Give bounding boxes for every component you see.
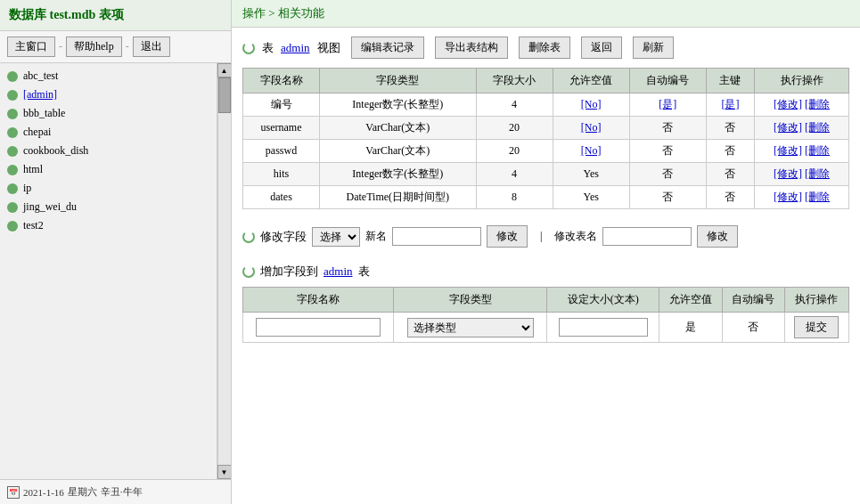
- add-label1: 增加字段到: [260, 264, 318, 280]
- allow-null-cell: Yes: [553, 186, 629, 209]
- arrow-icon: [7, 183, 18, 194]
- primary-key-cell: 否: [706, 163, 754, 186]
- delete-link[interactable]: [删除: [805, 191, 830, 203]
- main-window-button[interactable]: 主窗口: [7, 37, 55, 57]
- add-field-type-cell: 选择类型VarChar(文本)Integer数字(长整型)DateTime(日期…: [394, 313, 547, 343]
- logout-button[interactable]: 退出: [133, 37, 170, 57]
- export-structure-button[interactable]: 导出表结构: [435, 37, 508, 59]
- actions-cell: [修改] [删除: [755, 93, 849, 117]
- sep2: -: [126, 40, 129, 53]
- new-name-label: 新名: [365, 229, 387, 244]
- sidebar-item-admin[interactable]: [admin]: [0, 85, 217, 104]
- add-label2: 表: [358, 264, 370, 280]
- add-field-submit-button[interactable]: 提交: [794, 316, 839, 338]
- footer-weekday: 星期六: [68, 485, 97, 499]
- sidebar-item-label: ip: [23, 182, 31, 195]
- arrow-icon: [7, 221, 18, 232]
- sidebar-item-html[interactable]: html: [0, 160, 217, 179]
- arrow-icon: [7, 146, 18, 157]
- actions-cell: [修改] [删除: [755, 186, 849, 209]
- scroll-thumb[interactable]: [218, 77, 231, 113]
- sidebar-item-jing-wei-du[interactable]: jing_wei_du: [0, 198, 217, 216]
- modify-table-input[interactable]: [602, 227, 692, 246]
- add-field-table: 字段名称 字段类型 设定大小(文本) 允许空值 自动编号 执行操作: [242, 287, 849, 343]
- col-field-type: 字段类型: [320, 69, 477, 93]
- arrow-icon: [7, 127, 18, 138]
- col-actions: 执行操作: [755, 69, 849, 93]
- sidebar-item-cookbook-dish[interactable]: cookbook_dish: [0, 142, 217, 160]
- scroll-track: [217, 77, 232, 465]
- auto-number-cell: 否: [629, 186, 706, 209]
- sidebar-item-abc-test[interactable]: abc_test: [0, 67, 217, 85]
- refresh-button[interactable]: 刷新: [633, 37, 674, 59]
- delete-link[interactable]: [删除: [805, 121, 830, 134]
- sidebar-item-chepai[interactable]: chepai: [0, 123, 217, 142]
- delete-link[interactable]: [删除: [805, 144, 830, 157]
- new-name-input[interactable]: [392, 227, 481, 246]
- sidebar-title: 数据库 test.mdb 表项: [0, 0, 231, 31]
- modify-link[interactable]: [修改]: [774, 144, 802, 157]
- auto-number-cell: 否: [629, 140, 706, 163]
- refresh-icon-3: [242, 265, 255, 278]
- arrow-icon: [7, 109, 18, 119]
- add-field-name-input[interactable]: [256, 318, 381, 337]
- modify-field-button[interactable]: 修改: [487, 225, 528, 248]
- sidebar-item-label: abc_test: [23, 69, 58, 83]
- table-action-bar: 表 admin 视图 编辑表记录 导出表结构 删除表 返回 刷新: [242, 37, 849, 59]
- sidebar-item-label: bbb_table: [23, 107, 65, 120]
- auto-number-cell: 否: [629, 163, 706, 186]
- field-size-cell: 20: [476, 117, 553, 140]
- modify-field-select[interactable]: 选择: [312, 227, 360, 247]
- sidebar-scrollbar[interactable]: ▲ ▼: [217, 63, 231, 479]
- sidebar-item-label: test2: [23, 219, 44, 232]
- field-type-cell: DateTime(日期时间型): [320, 186, 477, 209]
- modify-field-label: 修改字段: [260, 229, 307, 245]
- modify-link[interactable]: [修改]: [774, 98, 802, 110]
- scroll-down-button[interactable]: ▼: [217, 465, 232, 479]
- scroll-up-button[interactable]: ▲: [217, 63, 232, 77]
- auto-number-cell: [是]: [629, 93, 706, 117]
- sidebar-item-bbb-table[interactable]: bbb_table: [0, 104, 217, 123]
- col-field-name: 字段名称: [243, 69, 320, 93]
- sidebar-item-ip[interactable]: ip: [0, 179, 217, 198]
- field-size-cell: 8: [476, 186, 553, 209]
- modify-table-button[interactable]: 修改: [697, 225, 738, 248]
- delete-link[interactable]: [删除: [805, 98, 830, 110]
- add-field-size-input[interactable]: [559, 318, 648, 337]
- table-row: passwd VarChar(文本) 20 [No] 否 否 [修改] [删除: [243, 140, 849, 163]
- add-field-row: 选择类型VarChar(文本)Integer数字(长整型)DateTime(日期…: [243, 313, 849, 343]
- field-name-cell: passwd: [243, 140, 320, 163]
- edit-records-button[interactable]: 编辑表记录: [351, 37, 424, 59]
- sidebar-item-label: jing_wei_du: [23, 200, 77, 214]
- field-size-cell: 4: [476, 163, 553, 186]
- add-admin-link[interactable]: admin: [324, 264, 353, 279]
- field-size-cell: 20: [476, 140, 553, 163]
- back-button[interactable]: 返回: [581, 37, 622, 59]
- main-content: 表 admin 视图 编辑表记录 导出表结构 删除表 返回 刷新 字段名称 字段…: [232, 28, 860, 504]
- col-primary-key: 主键: [706, 69, 754, 93]
- allow-null-cell: [No]: [553, 140, 629, 163]
- help-button[interactable]: 帮助help: [66, 37, 122, 57]
- view-label: 视图: [317, 40, 340, 56]
- modify-link[interactable]: [修改]: [774, 121, 802, 134]
- primary-key-cell: [是]: [706, 93, 754, 117]
- add-field-type-select[interactable]: 选择类型VarChar(文本)Integer数字(长整型)DateTime(日期…: [407, 318, 534, 337]
- field-size-cell: 4: [476, 93, 553, 117]
- arrow-icon: [7, 202, 18, 213]
- field-type-cell: VarChar(文本): [320, 140, 477, 163]
- field-name-cell: username: [243, 117, 320, 140]
- modify-link[interactable]: [修改]: [774, 167, 802, 180]
- sidebar-item-test2[interactable]: test2: [0, 216, 217, 235]
- breadcrumb: 操作 > 相关功能: [232, 0, 860, 28]
- allow-null-cell: [No]: [553, 117, 629, 140]
- modify-table-label: 修改表名: [554, 229, 597, 244]
- table-row: dates DateTime(日期时间型) 8 Yes 否 否 [修改] [删除: [243, 186, 849, 209]
- calendar-icon: 📅: [7, 486, 20, 499]
- field-name-cell: 编号: [243, 93, 320, 117]
- table-admin-link[interactable]: admin: [281, 41, 310, 55]
- delete-table-button[interactable]: 删除表: [519, 37, 570, 59]
- modify-link[interactable]: [修改]: [774, 191, 802, 203]
- sidebar-footer: 📅 2021-1-16 星期六 辛丑·牛年: [0, 479, 231, 504]
- delete-link[interactable]: [删除: [805, 167, 830, 180]
- table-row: username VarChar(文本) 20 [No] 否 否 [修改] [删…: [243, 117, 849, 140]
